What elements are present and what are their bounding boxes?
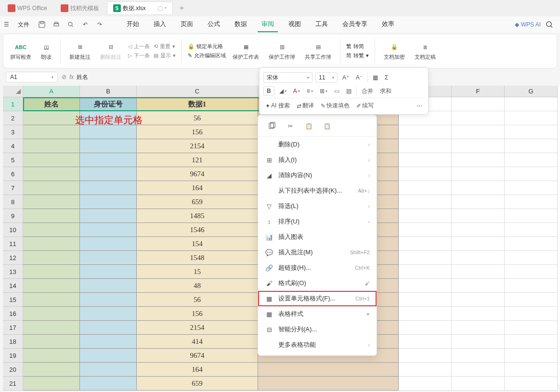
ctx-filter[interactable]: ▽筛选(L)› — [258, 198, 377, 214]
cell-E16[interactable] — [399, 307, 452, 321]
cell-B12[interactable] — [80, 251, 137, 265]
cell-A5[interactable] — [23, 153, 80, 167]
cell-E5[interactable] — [399, 153, 452, 167]
app-tab-document[interactable]: S 数据.xlsx ▢ • — [107, 1, 173, 15]
cell-G12[interactable] — [505, 251, 558, 265]
cell-A3[interactable] — [23, 125, 80, 139]
cell-E14[interactable] — [399, 279, 452, 293]
row-header[interactable]: 16 — [3, 307, 23, 321]
cell-G16[interactable] — [505, 307, 558, 321]
cell-B11[interactable] — [80, 237, 137, 251]
cell-A21[interactable] — [23, 377, 80, 391]
row-header[interactable]: 5 — [3, 153, 23, 167]
cell-D20[interactable] — [258, 363, 399, 377]
row-header[interactable]: 7 — [3, 181, 23, 195]
row-header[interactable]: 8 — [3, 195, 23, 209]
cell-A15[interactable] — [23, 293, 80, 307]
cell-G5[interactable] — [505, 153, 558, 167]
row-header[interactable]: 19 — [3, 349, 23, 363]
cell-A13[interactable] — [23, 265, 80, 279]
cell-E4[interactable] — [399, 139, 452, 153]
cell-G18[interactable] — [505, 335, 558, 349]
tab-page[interactable]: 页面 — [177, 17, 197, 32]
cell-A12[interactable] — [23, 251, 80, 265]
col-header-f[interactable]: F — [452, 86, 505, 97]
show-comment[interactable]: ▤ 显示 ▾ — [154, 52, 176, 59]
cell-C7[interactable]: 164 — [137, 181, 258, 195]
cell-F15[interactable] — [452, 293, 505, 307]
tab-start[interactable]: 开始 — [123, 17, 143, 32]
cell-G6[interactable] — [505, 167, 558, 181]
cell-A19[interactable] — [23, 349, 80, 363]
cell-F4[interactable] — [452, 139, 505, 153]
cell-A16[interactable] — [23, 307, 80, 321]
cell-E18[interactable] — [399, 335, 452, 349]
undo-icon[interactable]: ↶ — [79, 19, 91, 30]
cell-A14[interactable] — [23, 279, 80, 293]
cell-B21[interactable] — [80, 377, 137, 391]
ctx-table-style[interactable]: ▦表格样式✦ — [258, 306, 377, 322]
cell-G15[interactable] — [505, 293, 558, 307]
continue-write[interactable]: ✐ 续写 — [354, 101, 376, 111]
cell-F7[interactable] — [452, 181, 505, 195]
borders[interactable]: ⊞▾ — [318, 87, 329, 95]
row-header[interactable]: 3 — [3, 125, 23, 139]
cell-G11[interactable] — [505, 237, 558, 251]
ctx-sort[interactable]: ↕排序(U)› — [258, 214, 377, 229]
cell-B19[interactable] — [80, 349, 137, 363]
tab-efficiency[interactable]: 效率 — [378, 17, 398, 32]
magic-icon[interactable]: ✦ — [366, 312, 370, 317]
next-comment[interactable]: ▷ 下一条 — [128, 52, 150, 59]
cell-F11[interactable] — [452, 237, 505, 251]
cell-F17[interactable] — [452, 321, 505, 335]
ctx-cell-format[interactable]: ▦设置单元格格式(F)...Ctrl+1 — [258, 291, 377, 306]
redo-icon[interactable]: ↷ — [94, 19, 105, 30]
cell-C16[interactable]: 156 — [137, 307, 258, 321]
cell-C15[interactable]: 56 — [137, 293, 258, 307]
row-header[interactable]: 4 — [3, 139, 23, 153]
new-comment-button[interactable]: ⊞ 新建批注 — [66, 42, 93, 61]
cell-C4[interactable]: 2154 — [137, 139, 258, 153]
cell-A2[interactable] — [23, 111, 80, 125]
fill-color[interactable]: ◢▾ — [277, 87, 288, 95]
cell-C6[interactable]: 9674 — [137, 167, 258, 181]
cell-F21[interactable] — [452, 377, 505, 391]
print-icon[interactable] — [51, 19, 62, 30]
cell-A4[interactable] — [23, 139, 80, 153]
col-header-g[interactable]: G — [505, 86, 558, 97]
cell-G2[interactable] — [505, 111, 558, 125]
cell-G13[interactable] — [505, 265, 558, 279]
more-icon[interactable]: ⋯ — [415, 102, 424, 110]
cell-C20[interactable]: 164 — [137, 363, 258, 377]
cancel-icon[interactable]: ⊘ — [62, 74, 66, 80]
tab-tools[interactable]: 工具 — [312, 17, 332, 32]
align[interactable]: ≡▾ — [305, 87, 315, 95]
cell-A11[interactable] — [23, 237, 80, 251]
row-header[interactable]: 9 — [3, 209, 23, 223]
cell-F6[interactable] — [452, 167, 505, 181]
name-box[interactable]: A1 ▾ — [6, 72, 58, 82]
cell-F10[interactable] — [452, 223, 505, 237]
cell-B3[interactable] — [80, 125, 137, 139]
cell-C5[interactable]: 121 — [137, 153, 258, 167]
cell-B5[interactable] — [80, 153, 137, 167]
doc-more-icon[interactable]: • — [165, 5, 167, 12]
cell-E6[interactable] — [399, 167, 452, 181]
share-book-button[interactable]: ▤ 共享工作簿 — [302, 42, 334, 61]
search-icon[interactable] — [546, 21, 553, 28]
cell-B9[interactable] — [80, 209, 137, 223]
cell-F2[interactable] — [452, 111, 505, 125]
tab-review[interactable]: 审阅 — [258, 17, 278, 32]
row-header[interactable]: 14 — [3, 279, 23, 293]
cell-C18[interactable]: 414 — [137, 335, 258, 349]
cell-C9[interactable]: 1485 — [137, 209, 258, 223]
row-header[interactable]: 20 — [3, 363, 23, 377]
ctx-dropdown-select[interactable]: 从下拉列表中选择(K)...Alt+↓ — [258, 183, 377, 198]
protect-book-button[interactable]: ▥ 保护工作簿 — [266, 42, 298, 61]
ctx-format-painter[interactable]: 🖌格式刷(O)🖌 — [258, 275, 377, 291]
cell-B8[interactable] — [80, 195, 137, 209]
row-header[interactable]: 12 — [3, 251, 23, 265]
cell-B10[interactable] — [80, 223, 137, 237]
format[interactable]: ▭ — [332, 87, 341, 95]
ctx-hyperlink[interactable]: 🔗超链接(H)...Ctrl+K — [258, 260, 377, 275]
